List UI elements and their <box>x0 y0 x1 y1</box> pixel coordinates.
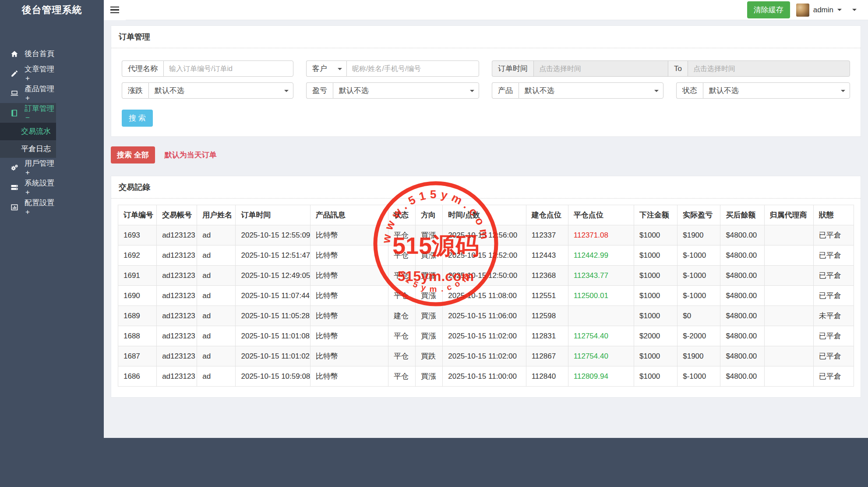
cell-close_point: 112754.40 <box>568 346 634 366</box>
sidebar-subitem[interactable]: 交易流水 <box>0 123 56 140</box>
customer-input[interactable] <box>346 60 479 77</box>
chevron-down-icon <box>338 68 342 70</box>
chevron-down-icon <box>470 90 474 92</box>
cell-bet_amount: $1000 <box>634 346 677 366</box>
cell-close_point <box>568 306 634 326</box>
cell-actual_pl: $-1000 <box>677 266 720 286</box>
table-row: 1693ad123123ad2025-10-15 12:55:09比特幣平仓買漲… <box>118 225 854 245</box>
sidebar-section: 後台首頁 <box>0 44 56 64</box>
to-label: To <box>668 60 688 77</box>
cell-account: ad123123 <box>157 306 197 326</box>
sidebar-item-server[interactable]: 系統設置 + <box>0 178 56 197</box>
sidebar-subitem[interactable]: 平倉日志 <box>0 140 56 158</box>
cell-balance_after: $4800.00 <box>720 245 764 266</box>
agent-input[interactable] <box>163 60 293 77</box>
topbar: 清除緩存 admin <box>104 0 868 20</box>
cell-account: ad123123 <box>157 245 197 266</box>
home-icon <box>11 50 18 58</box>
cell-direction: 買漲 <box>416 326 443 346</box>
sidebar-item-pencil[interactable]: 文章管理 + <box>0 64 56 83</box>
cell-product: 比特幣 <box>310 245 388 266</box>
sidebar-item-label: 訂單管理 − <box>25 103 56 122</box>
sidebar-item-label: 產品管理 + <box>25 84 56 103</box>
cell-actual_pl: $-1000 <box>677 366 720 387</box>
updown-filter-group: 涨跌 默认不选 <box>122 82 293 99</box>
cell-open_point: 112443 <box>526 245 568 266</box>
cell-user_name: ad <box>197 245 236 266</box>
product-label: 产品 <box>492 82 519 99</box>
sidebar-item-laptop[interactable]: 產品管理 + <box>0 83 56 103</box>
cell-close_point: 112809.94 <box>568 366 634 387</box>
cell-status: 未平倉 <box>813 306 854 326</box>
clear-cache-button[interactable]: 清除緩存 <box>747 1 790 18</box>
status-select[interactable]: 默认不选 <box>703 82 850 99</box>
order-filter-panel: 订单管理 代理名称 客户 <box>111 25 861 137</box>
sidebar-item-gears[interactable]: 用戶管理 + <box>0 158 56 178</box>
search-button[interactable]: 搜 索 <box>122 110 153 127</box>
updown-select[interactable]: 默认不选 <box>148 82 293 99</box>
profit-select[interactable]: 默认不选 <box>333 82 479 99</box>
cell-direction: 買漲 <box>416 225 443 245</box>
user-dropdown[interactable]: admin <box>796 4 842 17</box>
cell-order_id: 1689 <box>118 306 157 326</box>
order-time-label: 订单时间 <box>492 60 533 77</box>
username: admin <box>813 6 833 14</box>
sidebar-item-chart[interactable]: 配置設置 + <box>0 197 56 217</box>
cell-close_point: 112500.01 <box>568 286 634 306</box>
chevron-down-icon <box>837 9 842 11</box>
cell-status: 已平倉 <box>813 346 854 366</box>
cell-point_time: 2025-10-15 11:06:00 <box>443 306 526 326</box>
customer-select[interactable]: 客户 <box>306 60 346 77</box>
time-to-input[interactable] <box>688 60 850 77</box>
sidebar-item-label: 配置設置 + <box>25 198 56 217</box>
profit-filter-group: 盈亏 默认不选 <box>306 82 479 99</box>
cell-point_time: 2025-10-15 11:08:00 <box>443 286 526 306</box>
cell-open_point: 112551 <box>526 286 568 306</box>
profit-label: 盈亏 <box>306 82 333 99</box>
panel-title: 订单管理 <box>111 26 861 48</box>
cell-bet_amount: $1000 <box>634 366 677 387</box>
cell-actual_pl: $-1000 <box>677 286 720 306</box>
cell-open_point: 112368 <box>526 266 568 286</box>
sidebar-section: 系統設置 + <box>0 178 56 197</box>
sidebar-item-home[interactable]: 後台首頁 <box>0 44 56 64</box>
cell-state: 平仓 <box>388 346 416 366</box>
status-label: 状态 <box>676 82 703 99</box>
table-row: 1690ad123123ad2025-10-15 11:07:44比特幣平仓買漲… <box>118 286 854 306</box>
cell-product: 比特幣 <box>310 346 388 366</box>
cell-agent <box>764 225 813 245</box>
cell-status: 已平倉 <box>813 245 854 266</box>
column-header: 产品訊息 <box>310 205 388 225</box>
sidebar-item-label: 用戶管理 + <box>25 158 56 177</box>
customer-filter-group: 客户 <box>306 60 479 77</box>
cell-close_point: 112371.08 <box>568 225 634 245</box>
records-table: 订单编号交易帳号用户姓名订单时间产品訊息状态方向时间/点数建仓点位平仓点位下注金… <box>118 205 854 387</box>
cell-order_time: 2025-10-15 12:51:47 <box>236 245 310 266</box>
topbar-right: 清除緩存 admin <box>747 1 868 18</box>
chevron-down-icon <box>654 90 659 92</box>
cell-user_name: ad <box>197 326 236 346</box>
cell-order_time: 2025-10-15 11:01:08 <box>236 326 310 346</box>
product-filter-group: 产品 默认不选 <box>492 82 663 99</box>
cell-account: ad123123 <box>157 346 197 366</box>
cell-order_id: 1686 <box>118 366 157 387</box>
column-header: 订单时间 <box>236 205 310 225</box>
filter-form: 代理名称 客户 订单时间 To <box>111 48 861 136</box>
chevron-down-icon[interactable] <box>852 9 857 11</box>
cell-status: 已平倉 <box>813 286 854 306</box>
cell-point_time: 2025-10-15 12:50:00 <box>443 266 526 286</box>
cell-agent <box>764 326 813 346</box>
hamburger-menu-icon[interactable] <box>104 0 126 20</box>
sidebar-item-book[interactable]: 訂單管理 − <box>0 103 56 123</box>
server-icon <box>11 184 18 192</box>
action-row: 搜索 全部 默认为当天订单 <box>111 146 861 164</box>
product-select[interactable]: 默认不选 <box>519 82 663 99</box>
column-header: 方向 <box>416 205 443 225</box>
table-row: 1692ad123123ad2025-10-15 12:51:47比特幣平仓買漲… <box>118 245 854 266</box>
cell-balance_after: $4800.00 <box>720 326 764 346</box>
cell-order_id: 1687 <box>118 346 157 366</box>
cell-order_id: 1688 <box>118 326 157 346</box>
search-all-button[interactable]: 搜索 全部 <box>111 146 155 164</box>
time-from-input[interactable] <box>533 60 668 77</box>
cell-product: 比特幣 <box>310 326 388 346</box>
